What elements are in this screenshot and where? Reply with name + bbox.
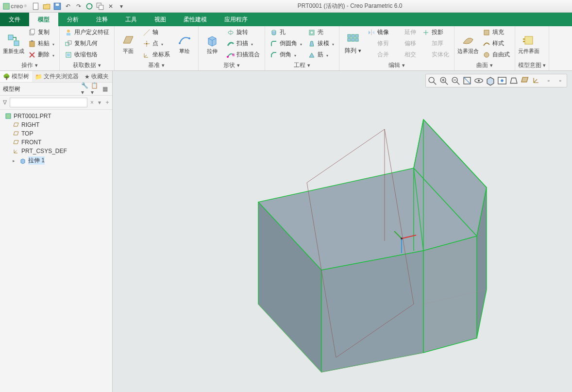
style-button[interactable]: 样式	[481, 38, 512, 49]
svg-rect-39	[6, 114, 11, 119]
copy-button[interactable]: 复制	[26, 27, 56, 37]
svg-rect-11	[30, 41, 34, 47]
svg-rect-33	[355, 38, 358, 41]
sweep-button[interactable]: 扫描	[225, 38, 262, 49]
svg-point-23	[227, 56, 229, 58]
paste-button[interactable]: 粘贴	[26, 38, 56, 49]
shrinkwrap-button[interactable]: 收缩包络	[63, 50, 111, 60]
sketch-button[interactable]: 草绘	[174, 27, 195, 60]
solidify-button[interactable]: 实体化	[420, 50, 451, 60]
redo-icon[interactable]: ↷	[74, 2, 83, 11]
point-button[interactable]: 点	[141, 38, 172, 49]
svg-point-19	[146, 43, 148, 45]
tree-item[interactable]: FRONT	[0, 138, 112, 147]
close-window-icon[interactable]: ✕	[106, 2, 115, 11]
tab-analysis[interactable]: 分析	[58, 13, 87, 26]
chamfer-button[interactable]: 倒角	[268, 50, 304, 60]
svg-point-35	[484, 52, 489, 57]
new-icon[interactable]	[32, 2, 40, 11]
extend-button[interactable]: 延伸	[393, 27, 418, 37]
freestyle-button[interactable]: 自由式	[481, 50, 512, 60]
group-edit: 阵列 ▾ 镜像 修剪 合并 延伸 偏移 相交 投影 加厚 实体化 编辑 ▾	[339, 26, 454, 70]
svg-point-4	[87, 3, 92, 9]
pattern-button[interactable]: 阵列 ▾	[342, 27, 364, 60]
copygeo-button[interactable]: 复制几何	[63, 38, 111, 49]
csys-icon	[13, 148, 19, 154]
main-area: 🌳模型树 📁文件夹浏览器 ★收藏夹 模型树 🔧▾ 📋▾ ▦ ∇ × ▾ + PR…	[0, 71, 572, 392]
svg-point-21	[188, 37, 190, 39]
tab-file[interactable]: 文件	[0, 13, 29, 26]
rib-button[interactable]: 筋	[306, 50, 336, 60]
graphics-area[interactable]: ▫ ▫	[113, 71, 572, 392]
filter-add-icon[interactable]: +	[104, 99, 110, 106]
svg-rect-36	[525, 36, 533, 44]
tree-item[interactable]: PRT_CSYS_DEF	[0, 147, 112, 155]
undo-icon[interactable]: ↶	[64, 2, 72, 11]
svg-rect-3	[56, 3, 59, 6]
tree-filter-input[interactable]	[10, 98, 87, 107]
axis-button[interactable]: 轴	[141, 27, 172, 37]
merge-button[interactable]: 合并	[366, 50, 391, 60]
ribbon: 重新生成 复制 粘贴 删除 操作 ▾ 用户定义特征 复制几何 收缩包络 获取数据…	[0, 26, 572, 71]
svg-rect-34	[484, 30, 489, 35]
part-icon	[5, 113, 12, 119]
tab-apps[interactable]: 应用程序	[216, 13, 256, 26]
svg-rect-14	[67, 33, 70, 35]
save-icon[interactable]	[53, 2, 62, 11]
tree-item-selected[interactable]: ▸拉伸 1	[0, 155, 112, 166]
quick-access-toolbar: ↶ ↷ ✕ ▾	[30, 2, 128, 11]
tab-annotate[interactable]: 注释	[87, 13, 117, 26]
nav-tab-folder[interactable]: 📁文件夹浏览器	[32, 71, 82, 82]
svg-rect-12	[31, 40, 33, 42]
boundary-button[interactable]: 边界混合	[457, 27, 479, 60]
plane-icon	[13, 130, 19, 137]
fill-button[interactable]: 填充	[481, 27, 512, 37]
windows-icon[interactable]	[96, 2, 104, 11]
nav-tab-fav[interactable]: ★收藏夹	[82, 71, 112, 82]
sweepblend-button[interactable]: 扫描混合	[225, 50, 262, 60]
filter-icon[interactable]: ∇	[2, 99, 8, 106]
tab-flex[interactable]: 柔性建模	[175, 13, 216, 26]
offset-button[interactable]: 偏移	[393, 38, 418, 49]
tab-view[interactable]: 视图	[146, 13, 175, 26]
tree-item[interactable]: RIGHT	[0, 120, 112, 129]
qat-more-icon[interactable]: ▾	[117, 2, 126, 11]
svg-rect-8	[14, 41, 19, 46]
shell-button[interactable]: 壳	[306, 27, 336, 37]
group-getdata: 用户定义特征 复制几何 收缩包络 获取数据 ▾	[60, 26, 115, 70]
mirror-button[interactable]: 镜像	[366, 27, 391, 37]
round-button[interactable]: 倒圆角	[268, 38, 304, 49]
hole-button[interactable]: 孔	[268, 27, 304, 37]
thicken-button[interactable]: 加厚	[420, 38, 451, 49]
tree-settings-icon[interactable]: 📋▾	[91, 85, 100, 93]
udf-button[interactable]: 用户定义特征	[63, 27, 111, 37]
plane-button[interactable]: 平面	[118, 27, 139, 60]
filter-menu-icon[interactable]: ▾	[97, 99, 103, 106]
svg-rect-28	[348, 34, 351, 37]
tab-tools[interactable]: 工具	[117, 13, 146, 26]
trim-button[interactable]: 修剪	[366, 38, 391, 49]
tree-tools-icon[interactable]: 🔧▾	[81, 85, 90, 93]
delete-button[interactable]: 删除	[26, 50, 56, 60]
filter-clear-icon[interactable]: ×	[89, 99, 95, 106]
component-interface-button[interactable]: 元件界面	[518, 27, 539, 60]
tree-root[interactable]: PRT0001.PRT	[0, 112, 112, 120]
tree-show-icon[interactable]: ▦	[101, 85, 109, 93]
csys-button[interactable]: 坐标系	[141, 50, 172, 60]
open-icon[interactable]	[42, 2, 51, 11]
project-button[interactable]: 投影	[420, 27, 451, 37]
intersect-button[interactable]: 相交	[393, 50, 418, 60]
nav-tab-modeltree[interactable]: 🌳模型树	[0, 71, 32, 82]
draft-button[interactable]: 拔模	[306, 38, 336, 49]
regenerate-button[interactable]: 重新生成	[3, 27, 24, 60]
extrude-button[interactable]: 拉伸	[202, 27, 223, 60]
svg-rect-32	[352, 38, 354, 41]
tree-title: 模型树	[3, 85, 80, 93]
revolve-button[interactable]: 旋转	[225, 27, 262, 37]
tree-item[interactable]: TOP	[0, 129, 112, 138]
tab-model[interactable]: 模型	[29, 13, 58, 26]
svg-rect-38	[523, 41, 525, 42]
title-bar: creo® ↶ ↷ ✕ ▾ PRT0001 (活动的) - Creo Param…	[0, 0, 572, 13]
regen-icon[interactable]	[85, 2, 94, 11]
svg-rect-31	[348, 38, 351, 41]
